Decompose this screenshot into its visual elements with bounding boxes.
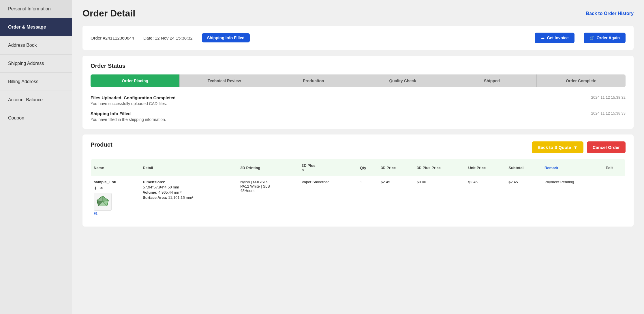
shipping-status-badge: Shipping Info Filled — [202, 33, 250, 42]
event-1-time: 2024 11 12 15:38:33 — [591, 111, 626, 115]
sidebar-item-coupon[interactable]: Coupon — [0, 109, 72, 127]
file-name: sample_1.stl — [94, 180, 137, 184]
sidebar-item-order-message[interactable]: Order & Message — [0, 18, 72, 36]
product-card: Product Back to S Quote ▼ Cancel Order N… — [82, 134, 634, 227]
col-qty: Qty — [357, 159, 378, 176]
cell-unit-price: $2.45 — [465, 176, 506, 220]
back-to-quote-button[interactable]: Back to S Quote ▼ — [532, 141, 583, 153]
step-production: Production — [269, 74, 358, 87]
dimensions-label: Dimensions: — [143, 180, 165, 184]
main-content: Order Detail Back to Order History Order… — [72, 0, 644, 314]
cell-edit — [603, 176, 625, 220]
sidebar-item-address-book[interactable]: Address Book — [0, 36, 72, 55]
col-edit: Edit — [603, 159, 625, 176]
step-order-placing: Order Placing — [91, 74, 180, 87]
col-3d-price: 3D Price — [378, 159, 414, 176]
cell-3d-price: $2.45 — [378, 176, 414, 220]
get-invoice-button[interactable]: ☁ Get Invoice — [535, 33, 574, 43]
back-to-order-history-link[interactable]: Back to Order History — [586, 11, 634, 16]
order-info-card: Order #241112360844 Date: 12 Nov 24 15:3… — [82, 26, 634, 50]
order-info-bar: Order #241112360844 Date: 12 Nov 24 15:3… — [91, 33, 626, 43]
sidebar-item-personal-information[interactable]: Personal Information — [0, 0, 72, 18]
cell-subtotal: $2.45 — [506, 176, 542, 220]
thumbnail-svg — [95, 195, 110, 209]
cloud-icon: ☁ — [540, 35, 545, 40]
cell-remark: Payment Pending — [542, 176, 603, 220]
col-name: Name — [91, 159, 140, 176]
cell-name: sample_1.stl ⬇ 👁 — [91, 176, 140, 220]
col-subtotal: Subtotal — [506, 159, 542, 176]
sidebar: Personal Information Order & Message Add… — [0, 0, 72, 314]
order-status-title: Order Status — [91, 63, 626, 69]
product-section-title: Product — [91, 141, 112, 148]
status-events: Files Uploaded, Configuration Completed … — [91, 95, 626, 122]
table-header-row: Name Detail 3D Printing 3D Plus s Qty 3D… — [91, 159, 626, 176]
event-0-title: Files Uploaded, Configuration Completed — [91, 95, 176, 100]
col-3d-plus-price: 3D Plus Price — [414, 159, 465, 176]
status-event-1: Shipping Info Filled You have filled in … — [91, 111, 626, 122]
step-quality-check: Quality Check — [358, 74, 447, 87]
col-remark: Remark — [542, 159, 603, 176]
cell-3d-plus: Vapor Smoothed — [299, 176, 357, 220]
table-row: sample_1.stl ⬇ 👁 — [91, 176, 626, 220]
sidebar-item-billing-address[interactable]: Billing Address — [0, 73, 72, 91]
order-status-card: Order Status Order Placing Technical Rev… — [82, 56, 634, 129]
volume-label: Volume: — [143, 190, 157, 195]
surface-label: Surface Area: — [143, 195, 167, 200]
event-0-desc: You have successfully uploaded CAD files… — [91, 101, 176, 106]
col-unit-price: Unit Price — [465, 159, 506, 176]
sidebar-item-account-balance[interactable]: Account Balance — [0, 91, 72, 109]
col-detail: Detail — [140, 159, 237, 176]
step-shipped: Shipped — [447, 74, 536, 87]
order-again-button[interactable]: 🛒 Order Again — [584, 33, 626, 43]
product-table: Name Detail 3D Printing 3D Plus s Qty 3D… — [91, 159, 626, 220]
step-technical-review: Technical Review — [180, 74, 269, 87]
dimensions-value: 57.94*57.94*4.50 mm — [143, 185, 234, 189]
eye-icon[interactable]: 👁 — [99, 186, 104, 190]
cart-icon: 🛒 — [589, 35, 594, 40]
page-header: Order Detail Back to Order History — [82, 8, 634, 19]
step-order-complete: Order Complete — [537, 74, 626, 87]
dropdown-chevron-icon: ▼ — [573, 145, 578, 150]
download-icon[interactable]: ⬇ — [94, 186, 97, 190]
order-date: Date: 12 Nov 24 15:38:32 — [143, 35, 193, 40]
cell-3d-printing: Nylon | MJF/SLS PA12 White | SLS 48Hours — [237, 176, 299, 220]
status-event-0: Files Uploaded, Configuration Completed … — [91, 95, 626, 106]
cell-qty: 1 — [357, 176, 378, 220]
sidebar-item-shipping-address[interactable]: Shipping Address — [0, 55, 72, 73]
event-1-title: Shipping Info Filled — [91, 111, 166, 116]
file-thumbnail — [94, 193, 112, 211]
event-0-time: 2024 11 12 15:38:32 — [591, 95, 626, 100]
col-3d-plus: 3D Plus s — [299, 159, 357, 176]
event-1-desc: You have filled in the shipping informat… — [91, 117, 166, 122]
cell-detail: Dimensions: 57.94*57.94*4.50 mm Volume: … — [140, 176, 237, 220]
order-number: Order #241112360844 — [91, 35, 134, 40]
product-header: Product Back to S Quote ▼ Cancel Order — [91, 141, 626, 153]
page-title: Order Detail — [82, 8, 135, 19]
surface-value: 11,101.15 mm² — [168, 195, 193, 200]
item-number: #1 — [94, 212, 137, 216]
volume-value: 4,965.44 mm³ — [158, 190, 181, 195]
cell-3d-plus-price: $0.00 — [414, 176, 465, 220]
cancel-order-button[interactable]: Cancel Order — [587, 141, 626, 153]
col-3d-printing: 3D Printing — [237, 159, 299, 176]
status-steps: Order Placing Technical Review Productio… — [91, 74, 626, 87]
